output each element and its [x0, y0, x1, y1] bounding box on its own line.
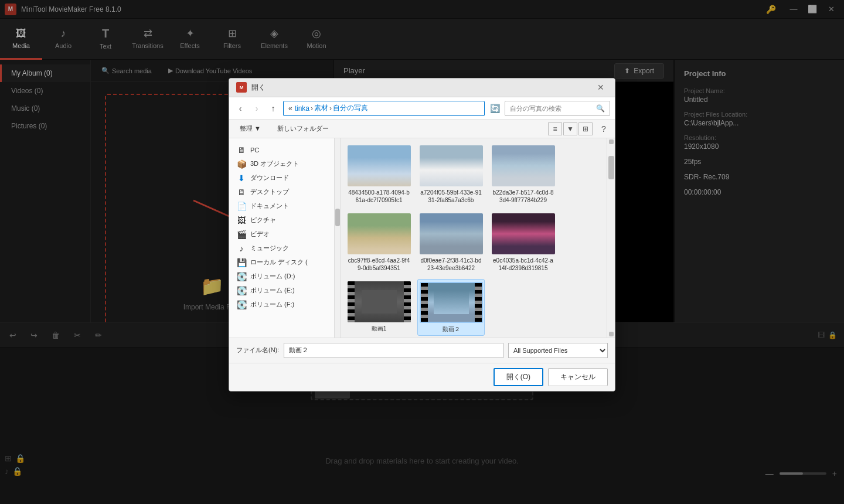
sidebar-item-local-disk[interactable]: 💾 ローカル ディスク (	[229, 256, 334, 270]
search-icon-dialog: 🔍	[596, 104, 605, 113]
sidebar-label-volf: ボリューム (F:)	[250, 300, 294, 309]
cancel-button[interactable]: キャンセル	[548, 368, 608, 386]
sidebar-item-vol-e[interactable]: 💽 ボリューム (E:)	[229, 284, 334, 298]
file-item-2[interactable]: a7204f05-59bf-433e-9131-2fa85a7a3c6b	[417, 143, 485, 206]
file-item-5[interactable]: d0f0eae7-2f38-41c3-bd23-43e9ee3b6422	[417, 211, 485, 274]
dialog-close-button[interactable]: ✕	[594, 81, 608, 93]
file-label-8: 動画２	[443, 325, 460, 333]
forward-button[interactable]: ›	[250, 102, 263, 115]
sidebar-label-3d: 3D オブジェクト	[250, 159, 299, 168]
sidebar-item-downloads[interactable]: ⬇ ダウンロード	[229, 171, 334, 185]
file-label-4: cbc97ff8-e8cd-4aa2-9f49-0db5af394351	[348, 257, 410, 272]
open-button[interactable]: 開く(O)	[494, 368, 543, 386]
file-label-1: 48434500-a178-4094-b61a-dc7f70905fc1	[348, 189, 410, 204]
sidebar-item-3d[interactable]: 📦 3D オブジェクト	[229, 157, 334, 171]
sidebar-label-pictures: ピクチャ	[250, 216, 276, 224]
files-scrollbar[interactable]	[607, 138, 615, 338]
documents-icon: 📄	[236, 202, 247, 211]
thumbnail-1	[348, 145, 411, 186]
sidebar-scrollbar[interactable]	[335, 138, 341, 338]
search-input[interactable]	[510, 105, 594, 112]
dialog-overlay: M 開く ✕ ‹ › ↑ « tinka › 素材 › 自分の写真 🔄	[0, 0, 844, 504]
dialog-body: 🖥 PC 📦 3D オブジェクト ⬇ ダウンロード 🖥 デスクトップ	[229, 138, 615, 338]
sidebar-label-videos: ビデオ	[250, 230, 270, 239]
sidebar-label-desktop: デスクトップ	[250, 188, 289, 196]
search-box: 🔍	[505, 101, 610, 116]
view-list-button[interactable]: ≡	[548, 122, 562, 135]
file-item-3[interactable]: b22da3e7-b517-4c0d-83d4-9ff77784b229	[489, 143, 557, 206]
sidebar-item-vol-d[interactable]: 💽 ボリューム (D:)	[229, 270, 334, 284]
pictures-icon: 🖼	[236, 216, 247, 225]
path-part-mid: 素材	[314, 103, 328, 113]
dialog-action-buttons: 開く(O) キャンセル	[229, 363, 615, 391]
dialog-sidebar: 🖥 PC 📦 3D オブジェクト ⬇ ダウンロード 🖥 デスクトップ	[229, 138, 335, 338]
sidebar-label-vold: ボリューム (D:)	[250, 272, 295, 281]
dialog-addressbar: ‹ › ↑ « tinka › 素材 › 自分の写真 🔄 🔍	[229, 97, 615, 120]
sidebar-label-documents: ドキュメント	[250, 202, 289, 210]
sidebar-label-vole: ボリューム (E:)	[250, 286, 295, 295]
address-path[interactable]: « tinka › 素材 › 自分の写真	[283, 101, 485, 116]
path-part-root: tinka	[295, 104, 309, 113]
file-item-1[interactable]: 48434500-a178-4094-b61a-dc7f70905fc1	[345, 143, 413, 206]
dialog-titlebar: M 開く ✕	[229, 79, 615, 97]
vol-f-icon: 💽	[236, 300, 247, 309]
disk-icon: 💾	[236, 258, 247, 267]
3d-icon: 📦	[236, 159, 247, 169]
sidebar-item-videos[interactable]: 🎬 ビデオ	[229, 227, 334, 241]
sidebar-label-music: ミュージック	[250, 244, 289, 253]
file-label-7: 動画1	[372, 325, 387, 332]
back-button[interactable]: ‹	[234, 102, 247, 115]
vol-e-icon: 💽	[236, 286, 247, 295]
filename-input[interactable]	[284, 343, 503, 358]
sidebar-label-local: ローカル ディスク (	[250, 258, 308, 267]
thumbnail-4	[348, 213, 411, 254]
downloads-icon: ⬇	[236, 173, 247, 183]
sidebar-label-pc: PC	[250, 147, 259, 154]
dialog-footer: ファイル名(N): All Supported Files Video File…	[229, 338, 615, 363]
file-grid: 48434500-a178-4094-b61a-dc7f70905fc1 a72…	[341, 138, 607, 338]
sidebar-item-vol-f[interactable]: 💽 ボリューム (F:)	[229, 298, 334, 312]
thumbnail-3	[492, 145, 555, 186]
thumbnail-8	[420, 282, 483, 323]
dialog-toolbar: 整理 ▼ 新しいフォルダー ≡ ▼ ⊞ ?	[229, 120, 615, 138]
view-dropdown-button[interactable]: ▼	[563, 122, 577, 135]
video-icon: 🎬	[236, 230, 247, 239]
file-item-6[interactable]: e0c4035a-bc1d-4c42-a14f-d2398d319815	[489, 211, 557, 274]
help-button[interactable]: ?	[597, 122, 610, 135]
sidebar-item-music[interactable]: ♪ ミュージック	[229, 241, 334, 256]
sidebar-item-pictures[interactable]: 🖼 ピクチャ	[229, 213, 334, 227]
new-folder-button[interactable]: 新しいフォルダー	[271, 122, 335, 135]
sidebar-item-pc[interactable]: 🖥 PC	[229, 143, 334, 157]
thumbnail-2	[420, 145, 483, 186]
file-label-3: b22da3e7-b517-4c0d-83d4-9ff77784b229	[492, 189, 554, 204]
sidebar-label-downloads: ダウンロード	[250, 173, 289, 182]
path-part-current: 自分の写真	[333, 103, 368, 113]
file-item-7[interactable]: 動画1	[345, 279, 413, 336]
dialog-title: 開く	[251, 83, 589, 93]
view-buttons: ≡ ▼ ⊞	[548, 122, 593, 135]
organize-button[interactable]: 整理 ▼	[234, 122, 267, 135]
file-label-2: a7204f05-59bf-433e-9131-2fa85a7a3c6b	[420, 189, 482, 204]
vol-d-icon: 💽	[236, 272, 247, 281]
file-item-8[interactable]: 動画２	[417, 279, 485, 336]
thumbnail-5	[420, 213, 483, 254]
music-icon: ♪	[236, 244, 247, 253]
thumbnail-7	[348, 281, 411, 322]
path-separator: «	[288, 104, 292, 113]
file-open-dialog: M 開く ✕ ‹ › ↑ « tinka › 素材 › 自分の写真 🔄	[229, 78, 615, 391]
thumbnail-6	[492, 213, 555, 254]
file-label-5: d0f0eae7-2f38-41c3-bd23-43e9ee3b6422	[420, 257, 482, 272]
filename-label: ファイル名(N):	[236, 346, 279, 355]
filetype-select[interactable]: All Supported Files Video Files Image Fi…	[508, 343, 608, 358]
file-label-6: e0c4035a-bc1d-4c42-a14f-d2398d319815	[492, 257, 554, 272]
refresh-button[interactable]: 🔄	[488, 102, 501, 115]
sidebar-item-documents[interactable]: 📄 ドキュメント	[229, 199, 334, 213]
file-item-4[interactable]: cbc97ff8-e8cd-4aa2-9f49-0db5af394351	[345, 211, 413, 274]
pc-icon: 🖥	[236, 145, 247, 155]
up-button[interactable]: ↑	[267, 102, 280, 115]
view-details-button[interactable]: ⊞	[578, 122, 593, 135]
sidebar-item-desktop[interactable]: 🖥 デスクトップ	[229, 185, 334, 199]
dialog-logo: M	[236, 82, 247, 93]
desktop-icon: 🖥	[236, 188, 247, 197]
